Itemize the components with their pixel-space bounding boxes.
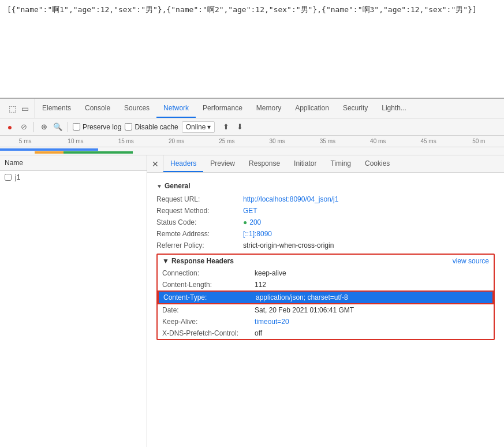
request-url-row: Request URL: http://localhost:8090/04_js… [156, 193, 495, 205]
clear-button[interactable]: ⊘ [18, 122, 29, 132]
request-method-label: Request Method: [156, 207, 243, 215]
detail-tab-timing[interactable]: Timing [323, 155, 358, 172]
tab-performance[interactable]: Performance [196, 99, 249, 118]
record-button[interactable]: ● [5, 122, 15, 132]
status-code-value: 200 [243, 218, 261, 226]
import-export-buttons: ⬆ ⬇ [221, 122, 245, 132]
json-output: [{"name":"啊1","age":12,"sex":"男"},{"name… [7, 5, 477, 14]
detail-tab-initiator[interactable]: Initiator [287, 155, 323, 172]
header-row-keep-alive: Keep-Alive: timeout=20 [158, 316, 494, 327]
tab-security[interactable]: Security [336, 99, 375, 118]
response-headers-section: ▼ Response Headers view source Connectio… [156, 254, 495, 340]
details-panel: ✕ Headers Preview Response Initiator Tim… [147, 155, 504, 447]
ruler-mark-4: 25 ms [201, 138, 252, 144]
header-row-connection: Connection: keep-alive [158, 267, 494, 279]
ruler-mark-3: 20 ms [151, 138, 201, 144]
view-source-link[interactable]: view source [453, 257, 489, 265]
referrer-policy-label: Referrer Policy: [156, 241, 243, 249]
toolbar-separator-1 [33, 122, 34, 132]
online-dropdown[interactable]: Online ▾ [182, 121, 215, 133]
detail-tab-cookies[interactable]: Cookies [358, 155, 397, 172]
ruler-mark-9: 50 m [454, 138, 504, 144]
network-toolbar: ● ⊘ ⊕ 🔍 Preserve log Disable cache Onlin… [0, 118, 504, 136]
ruler-mark-5: 30 ms [252, 138, 302, 144]
page-content: [{"name":"啊1","age":12,"sex":"男"},{"name… [0, 0, 504, 98]
filter-button[interactable]: ⊕ [39, 122, 49, 132]
header-content-length-label: Content-Length: [162, 281, 255, 289]
general-section-title: ▼ General [156, 182, 495, 190]
toolbar-separator-2 [68, 122, 68, 132]
header-connection-label: Connection: [162, 269, 255, 277]
response-headers-title-row: ▼ Response Headers view source [158, 255, 494, 267]
tab-elements[interactable]: Elements [35, 99, 78, 118]
tab-memory[interactable]: Memory [249, 99, 288, 118]
request-item-j1[interactable]: j1 [0, 171, 147, 184]
response-headers-title: ▼ Response Headers [162, 257, 234, 265]
detail-tab-preview[interactable]: Preview [203, 155, 242, 172]
requests-panel: Name j1 [0, 155, 147, 447]
export-button[interactable]: ⬇ [234, 122, 245, 132]
tab-console[interactable]: Console [78, 99, 117, 118]
tab-network[interactable]: Network [156, 99, 196, 118]
devtools-panel: ⬚ ▭ Elements Console Sources Network Per… [0, 98, 504, 447]
header-content-type-value: application/json; charset=utf-8 [256, 293, 348, 301]
tab-lighthouse[interactable]: Lighth... [375, 99, 413, 118]
search-button[interactable]: 🔍 [53, 122, 63, 132]
header-x-dns-label: X-DNS-Prefetch-Control: [162, 329, 255, 337]
header-row-date: Date: Sat, 20 Feb 2021 01:06:41 GMT [158, 304, 494, 316]
inspect-icon[interactable]: ⬚ [7, 103, 17, 114]
header-content-type-label: Content-Type: [163, 293, 256, 301]
disable-cache-checkbox[interactable] [125, 123, 132, 131]
ruler-marks-container: 5 ms 10 ms 15 ms 20 ms 25 ms 30 ms 35 ms… [0, 138, 504, 144]
header-connection-value: keep-alive [255, 269, 286, 277]
main-area: Name j1 ✕ Headers Preview Response Initi… [0, 155, 504, 447]
ruler-mark-6: 35 ms [303, 138, 353, 144]
request-method-row: Request Method: GET [156, 205, 495, 217]
header-date-label: Date: [162, 306, 255, 314]
tab-sources[interactable]: Sources [117, 99, 156, 118]
devtools-icons: ⬚ ▭ [2, 99, 35, 118]
general-title-text: General [165, 182, 191, 190]
disable-cache-text: Disable cache [135, 123, 178, 131]
referrer-policy-row: Referrer Policy: strict-origin-when-cros… [156, 240, 495, 251]
header-row-content-type: Content-Type: application/json; charset=… [158, 290, 494, 304]
import-button[interactable]: ⬆ [221, 122, 231, 132]
remote-address-row: Remote Address: [::1]:8090 [156, 228, 495, 240]
online-label: Online [186, 123, 206, 131]
detail-tab-headers[interactable]: Headers [163, 155, 203, 172]
ruler-mark-7: 40 ms [353, 138, 403, 144]
ruler-mark-1: 10 ms [50, 138, 100, 144]
response-headers-arrow-icon: ▼ [162, 257, 169, 265]
header-keep-alive-label: Keep-Alive: [162, 318, 255, 326]
devtools-tab-bar: ⬚ ▭ Elements Console Sources Network Per… [0, 99, 504, 118]
timeline-ruler: 5 ms 10 ms 15 ms 20 ms 25 ms 30 ms 35 ms… [0, 136, 504, 147]
disable-cache-label[interactable]: Disable cache [125, 123, 178, 131]
preserve-log-label[interactable]: Preserve log [73, 123, 121, 131]
detail-content: ▼ General Request URL: http://localhost:… [147, 173, 504, 347]
device-icon[interactable]: ▭ [20, 103, 30, 114]
general-arrow-icon: ▼ [156, 183, 162, 189]
requests-column-header: Name [0, 155, 147, 171]
detail-close-button[interactable]: ✕ [147, 155, 163, 172]
remote-address-value: [::1]:8090 [243, 230, 272, 238]
header-date-value: Sat, 20 Feb 2021 01:06:41 GMT [255, 306, 354, 314]
request-url-value: http://localhost:8090/04_json/j1 [243, 195, 338, 203]
status-code-label: Status Code: [156, 218, 243, 226]
timeline-bar-green [64, 151, 133, 154]
referrer-policy-value: strict-origin-when-cross-origin [243, 241, 334, 249]
preserve-log-checkbox[interactable] [73, 123, 80, 131]
request-name-j1: j1 [15, 173, 20, 181]
status-code-row: Status Code: 200 [156, 217, 495, 228]
dropdown-arrow-icon: ▾ [207, 123, 211, 131]
detail-tab-response[interactable]: Response [242, 155, 287, 172]
tab-application[interactable]: Application [288, 99, 336, 118]
response-headers-title-text: Response Headers [171, 257, 234, 265]
header-x-dns-value: off [255, 329, 262, 337]
timeline-bars [0, 147, 504, 155]
ruler-mark-2: 15 ms [101, 138, 151, 144]
detail-tabs: ✕ Headers Preview Response Initiator Tim… [147, 155, 504, 173]
request-checkbox-j1[interactable] [5, 174, 12, 181]
preserve-log-text: Preserve log [83, 123, 121, 131]
header-row-x-dns: X-DNS-Prefetch-Control: off [158, 327, 494, 339]
header-row-content-length: Content-Length: 112 [158, 279, 494, 290]
